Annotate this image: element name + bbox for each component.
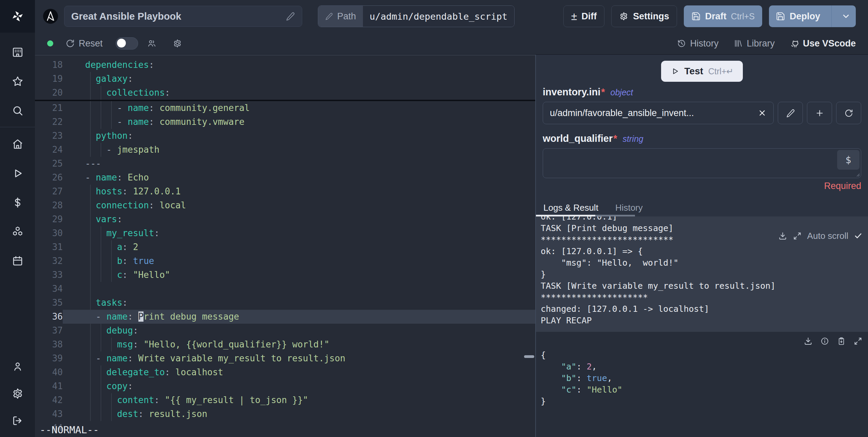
code-line-30[interactable]: 30 my_result: <box>35 226 535 240</box>
settings-button[interactable]: Settings <box>611 5 677 27</box>
schedules-calendar-icon[interactable] <box>12 255 24 267</box>
code-line-22[interactable]: 22 - name: community.vmware <box>35 115 535 129</box>
deploy-button[interactable]: Deploy <box>769 5 856 27</box>
add-resource-button[interactable] <box>807 102 832 124</box>
reset-button[interactable]: Reset <box>65 38 103 49</box>
code-line-31[interactable]: 31 a: 2 <box>35 240 535 254</box>
code-line-44[interactable]: 44 <box>35 421 535 435</box>
code-line-29[interactable]: 29 vars: <box>35 212 535 226</box>
script-title-input[interactable]: Great Ansible Playbook <box>64 6 302 27</box>
code-line-26[interactable]: 26- name: Echo <box>35 171 535 185</box>
code-line-32[interactable]: 32 b: true <box>35 254 535 268</box>
editor-settings-button[interactable] <box>173 39 182 48</box>
code-line-23[interactable]: 23 python: <box>35 129 535 143</box>
line-number: 18 <box>35 58 63 72</box>
code-line-33[interactable]: 33 c: "Hello" <box>35 268 535 282</box>
code-line-43[interactable]: 43 dest: result.json <box>35 407 535 421</box>
refresh-icon <box>65 39 75 48</box>
clear-x-icon[interactable] <box>758 109 767 117</box>
library-button[interactable]: Library <box>733 38 775 49</box>
code-line-38[interactable]: 38 msg: "Hello, {{world_qualifier}} worl… <box>35 338 535 352</box>
workspace-icon[interactable] <box>12 46 24 58</box>
code-line-36[interactable]: 36 - name: Print debug message <box>35 310 535 324</box>
code-line-27[interactable]: 27 hosts: 127.0.0.1 <box>35 185 535 198</box>
windmill-logo[interactable] <box>0 0 35 33</box>
favorites-star-icon[interactable] <box>12 75 24 88</box>
code-line-34[interactable]: 34 <box>35 282 535 296</box>
code-line-24[interactable]: 24 - jmespath <box>35 143 535 157</box>
result-json-line: "b": true, <box>541 373 863 384</box>
log-line: TASK [Write variable my_result to result… <box>541 280 863 292</box>
variables-dollar-icon[interactable] <box>12 196 24 209</box>
tab-history[interactable]: History <box>615 203 643 213</box>
panel-resize-handle[interactable] <box>524 355 534 358</box>
line-number: 42 <box>35 393 63 407</box>
code-text: galaxy: <box>85 72 133 86</box>
diff-button[interactable]: ± Diff <box>563 5 605 27</box>
edit-resource-button[interactable] <box>778 102 803 124</box>
code-line-37[interactable]: 37 debug: <box>35 324 535 338</box>
line-number: 23 <box>35 129 63 143</box>
save-icon <box>691 12 701 21</box>
collaborators-button[interactable] <box>147 39 156 48</box>
code-line-18[interactable]: 18dependencies: <box>35 58 535 72</box>
code-line-42[interactable]: 42 content: "{{ my_result | to_json }}" <box>35 393 535 407</box>
code-text: - name: Write variable my_result to resu… <box>85 352 345 365</box>
download-result-icon[interactable] <box>804 337 813 346</box>
gear-icon <box>173 39 182 48</box>
expand-logs-icon[interactable] <box>793 231 802 241</box>
test-row: Test Ctrl+↵ <box>536 55 868 87</box>
code-line-21[interactable]: 21 - name: community.general <box>35 101 535 115</box>
draft-button[interactable]: Draft Ctrl+S <box>684 5 762 27</box>
info-icon[interactable] <box>820 337 829 346</box>
result-json-line: } <box>541 396 863 407</box>
history-button[interactable]: History <box>677 38 718 49</box>
line-number: 37 <box>35 324 63 338</box>
log-output[interactable]: ok: [127.0.0.1]TASK [Print debug message… <box>536 216 868 332</box>
vim-mode-indicator: --NORMAL-- <box>40 424 99 436</box>
resources-cubes-icon[interactable] <box>12 226 24 238</box>
code-line-19[interactable]: 19 galaxy: <box>35 72 535 86</box>
autoscroll-check-icon[interactable] <box>854 231 863 240</box>
home-icon[interactable] <box>12 138 24 150</box>
download-logs-icon[interactable] <box>778 231 787 241</box>
code-line-28[interactable]: 28 connection: local <box>35 198 535 212</box>
line-number: 38 <box>35 338 63 352</box>
code-line-41[interactable]: 41 copy: <box>35 379 535 393</box>
code-line-39[interactable]: 39 - name: Write variable my_result to r… <box>35 352 535 365</box>
use-vscode-button[interactable]: Use VScode <box>790 38 856 49</box>
code-editor[interactable]: 18dependencies:19 galaxy:20 collections:… <box>35 55 535 437</box>
settings-gear-icon[interactable] <box>12 387 24 400</box>
logout-icon[interactable] <box>12 415 24 427</box>
code-text: --- <box>85 157 101 171</box>
expand-result-icon[interactable] <box>853 337 863 346</box>
result-viewer[interactable]: { "a": 2, "b": true, "c": "Hello"} <box>536 332 868 437</box>
world-qualifier-textarea[interactable]: $ <box>543 148 861 178</box>
runs-play-icon[interactable] <box>12 167 24 179</box>
log-line: ok: [127.0.0.1] <box>541 216 863 223</box>
test-button[interactable]: Test Ctrl+↵ <box>661 61 743 82</box>
edit-title-pencil-icon[interactable] <box>286 12 295 21</box>
copy-clipboard-icon[interactable] <box>837 337 846 346</box>
tab-logs-result[interactable]: Logs & Result <box>543 203 598 213</box>
line-number: 39 <box>35 352 63 365</box>
user-icon[interactable] <box>12 360 24 373</box>
log-controls: Auto scroll <box>778 230 863 242</box>
line-number: 35 <box>35 296 63 310</box>
code-line-20[interactable]: 20 collections: <box>35 86 535 101</box>
inventory-resource-input[interactable]: u/admin/favorable_ansible_invent... <box>543 102 774 124</box>
assistant-toggle[interactable] <box>116 37 138 50</box>
refresh-resource-button[interactable] <box>836 102 861 124</box>
autoscroll-label: Auto scroll <box>807 230 848 242</box>
code-line-35[interactable]: 35 tasks: <box>35 296 535 310</box>
path-value[interactable]: u/admin/dependable_script <box>363 6 514 27</box>
search-icon[interactable] <box>12 104 24 117</box>
field-world-qualifier: world_qualifier* string $ Required <box>536 133 868 191</box>
code-line-25[interactable]: 25--- <box>35 157 535 171</box>
path-field[interactable]: Path u/admin/dependable_script <box>318 5 515 27</box>
variable-picker-button[interactable]: $ <box>837 150 860 170</box>
code-line-40[interactable]: 40 delegate_to: localhost <box>35 365 535 379</box>
deploy-dropdown[interactable] <box>836 5 856 27</box>
windmill-icon <box>12 10 24 22</box>
resize-grip-icon[interactable] <box>855 172 860 177</box>
